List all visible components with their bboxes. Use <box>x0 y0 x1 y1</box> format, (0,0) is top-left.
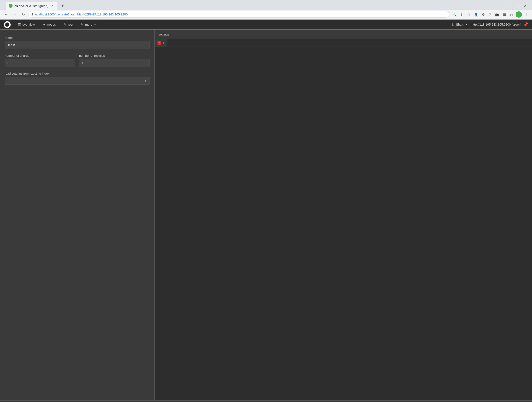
browser-actions: 🔍 ⇧ ☆ 👤 G ▽ 📷 ☰ ◻ ⋮ <box>451 11 529 18</box>
search-button[interactable]: 🔍 <box>451 12 458 17</box>
nav-rest-label: rest <box>68 23 73 26</box>
reload-button[interactable]: ↻ <box>20 11 26 18</box>
replicas-col: number of replicas <box>79 54 150 67</box>
refresh-interval: 15sec <box>455 23 464 27</box>
load-settings-select-wrapper: ▼ <box>5 77 150 85</box>
refresh-dropdown-icon: ▼ <box>465 23 468 26</box>
shards-replicas-row: number of shards number of replicas <box>5 54 150 67</box>
load-settings-label: load settings from existing index <box>5 72 150 75</box>
close-button[interactable]: ✕ <box>522 3 528 8</box>
load-settings-group: load settings from existing index ▼ <box>5 72 150 85</box>
browser-chrome: es-docker-cluster[green] ✕ + ─ □ ✕ ← → ↻… <box>0 0 532 20</box>
nav-nodes-label: nodes <box>47 23 56 26</box>
nav-overview-label: overview <box>22 23 35 26</box>
nav-overview[interactable]: ☰ overview <box>14 19 38 30</box>
cluster-url: http://118.195.243.105:9200 [green] <box>471 23 521 26</box>
nav-nodes[interactable]: ▼ nodes <box>39 19 59 30</box>
tab1-number: 1 <box>163 41 164 45</box>
app-logo <box>4 21 11 28</box>
tab-close-icon[interactable]: ✕ <box>50 4 55 8</box>
profile-avatar[interactable] <box>516 11 522 18</box>
load-settings-select[interactable] <box>5 77 150 85</box>
url-text: localhost:9000/#!/create?host=http:%2F%2… <box>34 13 128 16</box>
tab-title: es-docker-cluster[green] <box>14 4 48 8</box>
bookmark-button[interactable]: ☆ <box>466 12 471 17</box>
maximize-button[interactable]: □ <box>516 3 520 8</box>
left-panel: name number of shards number of replicas… <box>0 30 154 400</box>
main-content: name number of shards number of replicas… <box>0 30 532 400</box>
menu-button[interactable]: ⋮ <box>523 12 529 17</box>
ext4-button[interactable]: 📷 <box>494 12 500 17</box>
share-button[interactable]: ⇧ <box>459 12 464 17</box>
overview-icon: ☰ <box>18 23 21 27</box>
footer: back ✓ Create <box>0 400 532 402</box>
nav-more[interactable]: ✎ more ▼ <box>77 19 100 30</box>
shards-col: number of shards <box>5 54 75 67</box>
nav-right: ↻ 15sec ▼ http://118.195.243.105:9200 [g… <box>450 22 528 28</box>
name-field-group: name <box>5 36 150 49</box>
tab-favicon <box>9 4 13 8</box>
active-tab[interactable]: es-docker-cluster[green] ✕ <box>6 2 57 10</box>
right-panel: settings ✕ 1 <box>154 30 532 400</box>
settings-header: settings <box>155 30 532 39</box>
nav-more-label: more <box>85 23 92 26</box>
settings-tabs: ✕ 1 <box>155 39 532 47</box>
settings-tab-1[interactable]: ✕ 1 <box>155 39 167 47</box>
ext5-button[interactable]: ☰ <box>502 12 507 17</box>
minimize-button[interactable]: ─ <box>508 3 514 8</box>
tab1-close-button[interactable]: ✕ <box>157 41 161 45</box>
ext2-button[interactable]: G <box>481 12 486 17</box>
refresh-icon: ↻ <box>451 23 454 27</box>
ext3-button[interactable]: ▽ <box>487 12 492 17</box>
replicas-label: number of replicas <box>79 54 150 57</box>
name-input[interactable] <box>5 41 150 49</box>
refresh-button[interactable]: ↻ 15sec ▼ <box>450 22 470 28</box>
ext1-button[interactable]: 👤 <box>473 12 479 17</box>
url-box[interactable]: ℹ localhost:9000/#!/create?host=http:%2F… <box>28 11 449 18</box>
settings-editor[interactable] <box>155 47 532 400</box>
shards-input[interactable] <box>5 59 75 67</box>
more-icon: ✎ <box>81 23 84 27</box>
pin-button[interactable]: 📌 <box>523 22 528 27</box>
app-logo-inner <box>5 22 9 27</box>
new-tab-button[interactable]: + <box>59 3 66 8</box>
shards-label: number of shards <box>5 54 75 57</box>
window-controls-right: ─ □ ✕ <box>508 3 530 8</box>
back-button[interactable]: ← <box>3 11 10 18</box>
name-label: name <box>5 36 150 40</box>
secure-icon: ℹ <box>32 13 33 16</box>
forward-button[interactable]: → <box>12 11 18 18</box>
settings-title: settings <box>158 33 169 36</box>
rest-icon: ✎ <box>64 23 67 27</box>
sidebar-toggle[interactable]: ◻ <box>509 12 514 17</box>
tab-bar: es-docker-cluster[green] ✕ + ─ □ ✕ <box>0 0 532 10</box>
address-bar: ← → ↻ ℹ localhost:9000/#!/create?host=ht… <box>0 10 532 19</box>
app-navbar: ☰ overview ▼ nodes ✎ rest ✎ more ▼ ↻ 15s… <box>0 20 532 30</box>
nav-rest[interactable]: ✎ rest <box>60 19 77 30</box>
nodes-icon: ▼ <box>42 23 46 27</box>
more-dropdown-icon: ▼ <box>94 23 96 26</box>
replicas-input[interactable] <box>79 59 150 67</box>
